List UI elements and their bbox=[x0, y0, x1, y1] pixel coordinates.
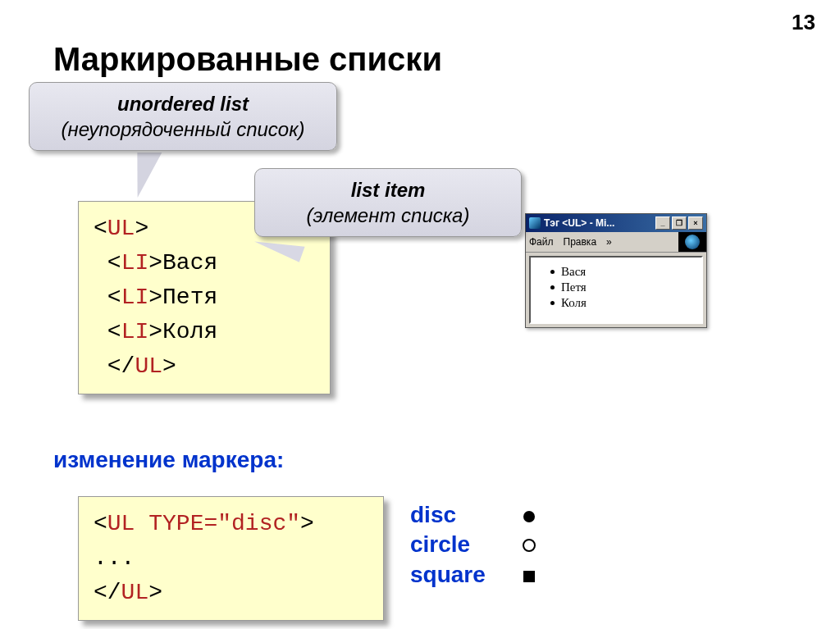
code-text: Коля bbox=[162, 319, 217, 344]
code-line: <LI>Петя bbox=[94, 280, 315, 315]
window-content: Вася Петя Коля bbox=[529, 256, 703, 324]
list-item: Петя bbox=[537, 280, 698, 295]
tag-name: UL bbox=[121, 580, 149, 605]
angle-bracket: > bbox=[148, 580, 162, 605]
marker-row-square: square bbox=[410, 560, 541, 590]
space bbox=[135, 511, 148, 536]
angle-bracket: > bbox=[148, 250, 162, 276]
callout-translation: (неупорядоченный список) bbox=[48, 116, 318, 142]
tag-name: LI bbox=[121, 285, 149, 310]
window-titlebar: Тэг <UL> - Mi... _ ❐ × bbox=[526, 214, 706, 232]
angle-bracket: > bbox=[148, 319, 162, 344]
ie-icon bbox=[529, 217, 541, 229]
code-text: Вася bbox=[162, 250, 217, 276]
list-item-text: Вася bbox=[561, 265, 586, 279]
angle-bracket: < bbox=[107, 250, 121, 276]
page-title: Маркированные списки bbox=[53, 41, 442, 78]
callout-term: list item bbox=[273, 177, 503, 203]
circle-icon bbox=[517, 530, 541, 559]
ie-logo bbox=[678, 232, 706, 252]
minimize-button[interactable]: _ bbox=[655, 217, 670, 230]
marker-label: circle bbox=[410, 530, 517, 559]
tag-name: UL bbox=[107, 511, 135, 536]
angle-bracket: > bbox=[135, 216, 148, 241]
angle-bracket: < bbox=[94, 216, 107, 241]
callout-translation: (элемент списка) bbox=[273, 203, 503, 228]
tag-name: UL bbox=[107, 216, 135, 241]
angle-bracket: < bbox=[107, 285, 121, 310]
marker-label: square bbox=[410, 560, 517, 590]
code-line: ... bbox=[94, 541, 368, 576]
code-line: </UL> bbox=[94, 576, 368, 610]
callout-unordered-list: unordered list (неупорядоченный список) bbox=[29, 82, 337, 151]
code-text: Петя bbox=[162, 285, 217, 310]
close-button[interactable]: × bbox=[688, 217, 703, 230]
list-item: Вася bbox=[537, 264, 698, 280]
angle-bracket: < bbox=[107, 319, 121, 344]
disc-icon bbox=[517, 500, 541, 530]
square-icon bbox=[517, 560, 541, 590]
window-title: Тэг <UL> - Mi... bbox=[544, 217, 614, 229]
code-line: <UL TYPE="disc"> bbox=[94, 507, 368, 541]
angle-bracket: </ bbox=[94, 580, 121, 605]
bullet-icon bbox=[550, 301, 555, 305]
tag-name: LI bbox=[121, 250, 149, 276]
marker-types: disc circle square bbox=[410, 500, 541, 590]
list-item: Коля bbox=[537, 295, 698, 311]
angle-bracket: > bbox=[300, 511, 314, 536]
code-line: <LI>Коля bbox=[94, 315, 315, 349]
list-item-text: Коля bbox=[561, 296, 587, 310]
page-number: 13 bbox=[792, 10, 815, 35]
angle-bracket: > bbox=[148, 285, 162, 310]
angle-bracket: </ bbox=[107, 353, 135, 379]
callout-list-item: list item (элемент списка) bbox=[254, 168, 522, 237]
callout-tail bbox=[126, 153, 162, 198]
code-line: </UL> bbox=[94, 349, 315, 384]
marker-label: disc bbox=[410, 500, 517, 530]
angle-bracket: > bbox=[162, 353, 176, 379]
maximize-button[interactable]: ❐ bbox=[672, 217, 687, 230]
tag-name: UL bbox=[135, 353, 162, 379]
subheader: изменение маркера: bbox=[53, 447, 284, 473]
marker-row-circle: circle bbox=[410, 530, 541, 559]
code-sample-type: <UL TYPE="disc"> ... </UL> bbox=[78, 496, 384, 621]
window-menubar: Файл Правка » bbox=[526, 232, 706, 253]
menu-file[interactable]: Файл bbox=[529, 236, 554, 248]
list-item-text: Петя bbox=[561, 280, 587, 294]
bullet-icon bbox=[550, 270, 555, 274]
browser-window: Тэг <UL> - Mi... _ ❐ × Файл Правка » Вас… bbox=[525, 213, 707, 328]
marker-row-disc: disc bbox=[410, 500, 541, 530]
angle-bracket: < bbox=[94, 511, 107, 536]
menu-more[interactable]: » bbox=[606, 236, 612, 248]
bullet-icon bbox=[550, 285, 555, 289]
tag-attribute: TYPE="disc" bbox=[148, 511, 300, 536]
menu-edit[interactable]: Правка bbox=[564, 236, 597, 248]
callout-term: unordered list bbox=[48, 91, 318, 116]
tag-name: LI bbox=[121, 319, 149, 344]
